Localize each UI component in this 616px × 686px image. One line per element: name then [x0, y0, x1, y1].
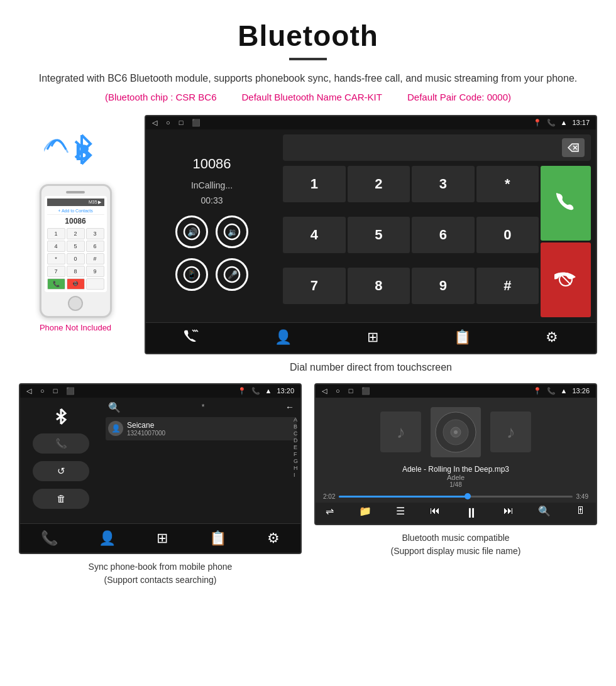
phone-key-8[interactable]: 8	[67, 266, 85, 277]
phone-key-6[interactable]: 6	[86, 241, 104, 252]
music-next-icon[interactable]: ⏭	[503, 505, 514, 521]
progress-total: 3:49	[576, 493, 588, 500]
pb-nav-recent[interactable]: □	[53, 387, 58, 395]
key-3[interactable]: 3	[412, 166, 475, 202]
key-star[interactable]: *	[476, 166, 539, 202]
volume-down-button[interactable]: 🔉	[216, 215, 248, 248]
pb-nav-home[interactable]: ○	[40, 387, 45, 395]
alpha-c[interactable]: C	[294, 430, 298, 437]
dialer-controls-2: 📱 🎤	[175, 258, 248, 291]
pb-location-icon: 📍	[238, 387, 246, 395]
pb-call-btn[interactable]: 📞	[33, 433, 89, 454]
nav-home-icon[interactable]: ○	[166, 119, 170, 126]
alpha-e[interactable]: E	[294, 444, 298, 450]
pb-delete-btn[interactable]: 🗑	[33, 489, 89, 509]
phonebook-block: ◁ ○ □ ⬛ 📍 📞 ▲ 13:20	[19, 383, 302, 591]
pb-toolbar-call[interactable]: 📞	[41, 530, 58, 547]
music-search-icon[interactable]: 🔍	[538, 505, 551, 521]
volume-down-icon: 🔉	[223, 223, 241, 241]
alpha-i[interactable]: I	[294, 472, 298, 478]
phone-key-3[interactable]: 3	[86, 228, 104, 239]
pb-toolbar-keypad[interactable]: ⊞	[157, 530, 168, 547]
key-8[interactable]: 8	[348, 268, 410, 304]
phone-mockup: M35 ▶ + Add to Contacts 10086 1 2 3 4 5 …	[40, 184, 112, 318]
alpha-b[interactable]: B	[294, 423, 298, 430]
music-folder-icon[interactable]: 📁	[359, 505, 371, 521]
phonebook-contact-item[interactable]: 👤 Seicane 13241007000	[106, 417, 297, 440]
phone-key-extra[interactable]	[86, 278, 104, 290]
pb-toolbar-transfer[interactable]: 📋	[209, 530, 226, 547]
phone-endcall-button[interactable]: 📵	[67, 278, 85, 290]
key-0[interactable]: 0	[476, 217, 539, 253]
pb-back-arrow[interactable]: ←	[285, 402, 294, 412]
key-9[interactable]: 9	[412, 268, 475, 304]
alpha-h[interactable]: H	[294, 465, 298, 471]
key-4[interactable]: 4	[283, 217, 346, 253]
key-7[interactable]: 7	[283, 268, 346, 304]
toolbar-settings-icon[interactable]: ⚙	[546, 329, 558, 347]
clock: 13:17	[572, 119, 590, 126]
progress-bar[interactable]	[339, 496, 572, 498]
phone-key-7[interactable]: 7	[47, 266, 65, 277]
nav-screenshot-icon[interactable]: ⬛	[192, 119, 201, 127]
toolbar-keypad-icon[interactable]: ⊞	[367, 329, 378, 347]
key-hash[interactable]: #	[476, 268, 539, 304]
nav-back-icon[interactable]: ◁	[152, 119, 157, 127]
pb-refresh-btn[interactable]: ↺	[33, 461, 89, 481]
progress-current: 2:02	[323, 493, 335, 500]
toolbar-contacts-icon[interactable]: 👤	[275, 329, 292, 347]
phone-key-hash[interactable]: #	[86, 253, 104, 264]
page-specs: (Bluetooth chip : CSR BC6 Default Blueto…	[38, 92, 578, 102]
music-track-info: 1/48	[321, 481, 591, 488]
phone-key-5[interactable]: 5	[67, 241, 85, 252]
call-button[interactable]	[541, 166, 591, 241]
mute-button[interactable]: 🎤	[216, 258, 248, 291]
alpha-f[interactable]: F	[294, 451, 298, 457]
key-6[interactable]: 6	[412, 217, 475, 253]
phone-key-star[interactable]: *	[47, 253, 65, 264]
end-call-button[interactable]	[541, 242, 591, 317]
key-2[interactable]: 2	[348, 166, 410, 202]
pb-toolbar-settings[interactable]: ⚙	[267, 530, 280, 547]
music-eq-icon[interactable]: 🎚	[576, 505, 586, 521]
music-progress: 2:02 3:49	[316, 491, 596, 503]
music-nav-recent[interactable]: □	[349, 387, 353, 395]
phone-key-1[interactable]: 1	[47, 228, 65, 239]
key-5[interactable]: 5	[348, 217, 410, 253]
music-play-icon[interactable]: ⏸	[465, 505, 478, 521]
contact-number: 13241007000	[127, 430, 294, 437]
pb-toolbar-contacts[interactable]: 👤	[99, 530, 116, 547]
contact-avatar: 👤	[108, 421, 123, 436]
volume-up-button[interactable]: 🔊	[175, 215, 208, 248]
progress-fill	[339, 496, 467, 498]
music-nav-back[interactable]: ◁	[322, 387, 327, 395]
phone-key-9[interactable]: 9	[86, 266, 104, 277]
pb-nav-back[interactable]: ◁	[26, 387, 31, 395]
phone-key-4[interactable]: 4	[47, 241, 65, 252]
pb-nav-icons: ◁ ○ □ ⬛	[26, 387, 75, 395]
backspace-button[interactable]	[562, 138, 585, 157]
music-list-icon[interactable]: ☰	[396, 505, 405, 521]
toolbar-call-icon[interactable]	[184, 329, 200, 347]
pb-search-icon[interactable]: 🔍	[108, 401, 121, 413]
call-buttons	[541, 166, 591, 317]
end-call-icon	[554, 268, 577, 291]
phone-key-2[interactable]: 2	[67, 228, 85, 239]
music-nav-screenshot[interactable]: ⬛	[361, 387, 370, 395]
volume-up-icon: 🔊	[183, 223, 201, 241]
music-prev-icon[interactable]: ⏮	[430, 505, 440, 521]
transfer-button[interactable]: 📱	[175, 258, 208, 291]
music-nav-home[interactable]: ○	[336, 387, 340, 395]
key-1[interactable]: 1	[283, 166, 346, 202]
toolbar-transfer-icon[interactable]: 📋	[454, 329, 471, 347]
phone-key-0[interactable]: 0	[67, 253, 85, 264]
phone-call-button[interactable]: 📞	[47, 278, 65, 290]
phone-home-button[interactable]	[68, 296, 83, 311]
pb-nav-screenshot[interactable]: ⬛	[66, 387, 75, 395]
alpha-a[interactable]: A	[294, 416, 298, 423]
pb-search-row: 🔍 * ←	[106, 401, 297, 413]
music-shuffle-icon[interactable]: ⇌	[326, 505, 334, 521]
alpha-g[interactable]: G	[294, 458, 298, 464]
nav-recent-icon[interactable]: □	[179, 119, 184, 126]
alpha-d[interactable]: D	[294, 437, 298, 444]
